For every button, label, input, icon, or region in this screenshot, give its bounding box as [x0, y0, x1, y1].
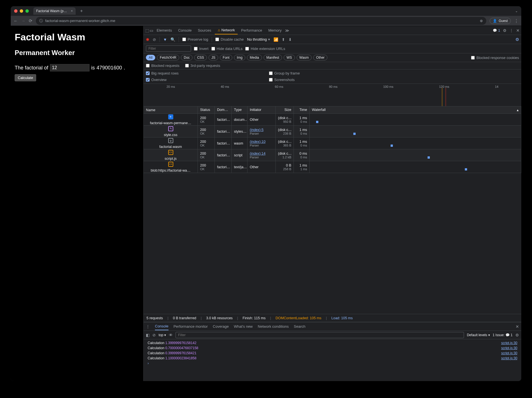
file-css-icon: ✎: [168, 126, 173, 131]
type-chip-wasm[interactable]: Wasm: [297, 55, 312, 60]
factorial-input[interactable]: [50, 64, 89, 71]
blocked-requests-checkbox[interactable]: Blocked requests: [146, 64, 179, 68]
invert-checkbox[interactable]: Invert: [194, 47, 209, 51]
table-row[interactable]: ⬙factorial.wasm200OKfactori…wasm(index):…: [144, 137, 359, 149]
request-name: blob:https://factorial-wa…: [151, 169, 191, 172]
content-area: Factorial Wasm Permanent Worker The fact…: [11, 26, 359, 268]
throttling-select[interactable]: No throttling ▾: [247, 37, 270, 41]
filter-row: Invert Hide data URLs Hide extension URL…: [144, 44, 359, 53]
page-h1: Factorial Wasm: [15, 32, 139, 43]
tab-console[interactable]: Console: [175, 27, 194, 34]
file-wasm-icon: ⬙: [168, 138, 173, 143]
page-h2: Permanent Worker: [15, 49, 139, 57]
more-tabs-icon[interactable]: ≫: [285, 28, 289, 33]
forward-icon[interactable]: →: [21, 18, 25, 23]
timeline-tick: 40 ms: [221, 85, 229, 88]
hide-ext-urls-checkbox[interactable]: Hide extension URLs: [245, 47, 285, 51]
overview-checkbox[interactable]: Overview: [146, 78, 179, 82]
tab-network[interactable]: Network: [215, 26, 238, 34]
sentence-pre: The factorial of: [15, 65, 48, 71]
file-doc-icon: ≡: [168, 114, 173, 119]
window-controls: [14, 9, 29, 13]
table-row[interactable]: <>blob:https://factorial-wa…200OKfactori…: [144, 161, 359, 173]
reload-icon[interactable]: ⟳: [29, 18, 32, 23]
inspect-icon[interactable]: ⬚: [145, 28, 149, 33]
table-row[interactable]: ≡factorial-wasm-permane…200OKfactori…doc…: [144, 114, 359, 126]
hide-data-urls-checkbox[interactable]: Hide data URLs: [211, 47, 243, 51]
preserve-log-checkbox[interactable]: Preserve log: [182, 37, 208, 41]
type-chip-other[interactable]: Other: [313, 55, 327, 60]
timeline-tick: 60 ms: [275, 85, 283, 88]
record-button[interactable]: [146, 38, 149, 41]
address-bar[interactable]: ⓘ factorial-wasm-permanent-worker.glitch…: [36, 17, 359, 25]
big-rows-checkbox[interactable]: Big request rows: [146, 71, 179, 75]
type-chip-media[interactable]: Media: [247, 55, 262, 60]
type-chip-manifest[interactable]: Manifest: [264, 55, 282, 60]
request-name: style.css: [164, 133, 178, 137]
site-info-icon[interactable]: ⓘ: [39, 18, 43, 23]
close-window[interactable]: [14, 9, 17, 13]
type-chip-ws[interactable]: WS: [284, 55, 295, 60]
search-icon[interactable]: 🔍: [170, 37, 175, 42]
type-filter-row: AllFetch/XHRDocCSSJSFontImgMediaManifest…: [144, 53, 359, 62]
timeline-tick: 80 ms: [329, 85, 338, 88]
type-chip-js[interactable]: JS: [209, 55, 218, 60]
col-status[interactable]: Status: [198, 106, 215, 113]
maximize-window[interactable]: [25, 9, 29, 13]
group-frame-checkbox[interactable]: Group by frame: [269, 71, 300, 75]
new-tab-button[interactable]: +: [80, 8, 83, 14]
factorial-sentence: The factorial of is 479001600.: [15, 64, 139, 71]
table-header: Name Status Domain Type Initiator Size T…: [144, 106, 359, 114]
wifi-icon[interactable]: 📶: [273, 37, 278, 42]
device-icon[interactable]: ▭: [150, 28, 153, 33]
url-text: factorial-wasm-permanent-worker.glitch.m…: [45, 19, 115, 23]
col-domain[interactable]: Domain: [215, 106, 232, 113]
col-size[interactable]: Size: [276, 106, 294, 113]
tab-memory[interactable]: Memory: [266, 27, 284, 34]
col-name[interactable]: Name: [144, 106, 198, 113]
rendered-page: Factorial Wasm Permanent Worker The fact…: [11, 26, 143, 268]
download-icon[interactable]: ⬇: [288, 37, 292, 42]
overview-timeline[interactable]: 20 ms40 ms60 ms80 ms100 ms120 ms14: [144, 84, 359, 106]
type-chip-css[interactable]: CSS: [194, 55, 207, 60]
browser-window: Factorial Wasm (permanent… × + ⌄ ← → ⟳ ⓘ…: [11, 6, 359, 268]
col-type[interactable]: Type: [232, 106, 248, 113]
devtools-tabbar: ⬚ ▭ Elements Console Sources Network Per…: [144, 26, 359, 35]
table-row[interactable]: ✎style.css200OKfactori…styles…(index):5P…: [144, 126, 359, 137]
upload-icon[interactable]: ⬆: [282, 37, 285, 42]
type-chip-img[interactable]: Img: [234, 55, 245, 60]
calculate-button[interactable]: Calculate: [15, 74, 36, 81]
tab-performance[interactable]: Performance: [238, 27, 265, 34]
col-time[interactable]: Time: [294, 106, 310, 113]
type-chip-font[interactable]: Font: [220, 55, 232, 60]
col-waterfall[interactable]: Waterfall ▴: [310, 106, 359, 113]
screenshots-checkbox[interactable]: Screenshots: [269, 78, 300, 82]
type-chip-doc[interactable]: Doc: [181, 55, 192, 60]
tab-title: Factorial Wasm (permanent…: [36, 9, 69, 13]
request-name: factorial.wasm: [159, 145, 182, 149]
tab-sources[interactable]: Sources: [195, 27, 214, 34]
request-name: script.js: [165, 157, 176, 161]
timeline-tick: 20 ms: [167, 85, 175, 88]
minimize-window[interactable]: [20, 9, 23, 13]
disable-cache-checkbox[interactable]: Disable cache: [215, 37, 244, 41]
browser-tab[interactable]: Factorial Wasm (permanent… ×: [33, 7, 76, 15]
network-table: Name Status Domain Type Initiator Size T…: [144, 106, 359, 268]
third-party-checkbox[interactable]: 3rd-party requests: [185, 64, 220, 68]
file-js-icon: <>: [168, 162, 173, 167]
factorial-result: 479001600: [97, 65, 122, 71]
type-chip-all[interactable]: All: [146, 55, 155, 60]
sentence-mid: is: [91, 65, 95, 71]
network-filter-input[interactable]: [146, 45, 191, 52]
type-chip-fetchxhr[interactable]: Fetch/XHR: [157, 55, 179, 60]
tab-elements[interactable]: Elements: [154, 27, 175, 34]
col-initiator[interactable]: Initiator: [248, 106, 276, 113]
filter-icon[interactable]: ▼: [163, 37, 167, 42]
address-bar-row: ← → ⟳ ⓘ factorial-wasm-permanent-worker.…: [11, 16, 359, 26]
devtools-panel: ⬚ ▭ Elements Console Sources Network Per…: [143, 26, 359, 268]
titlebar: Factorial Wasm (permanent… × + ⌄: [11, 6, 359, 16]
table-row[interactable]: <>script.js200OKfactori…script(index):14…: [144, 149, 359, 161]
back-icon[interactable]: ←: [14, 18, 18, 23]
close-tab-icon[interactable]: ×: [71, 9, 73, 13]
clear-icon[interactable]: ⊘: [153, 37, 156, 42]
